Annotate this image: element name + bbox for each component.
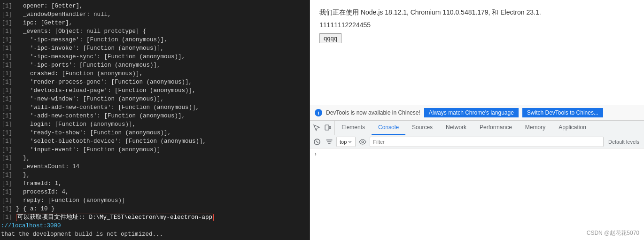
tab-memory[interactable]: Memory (519, 121, 552, 135)
eye-icon[interactable] (357, 137, 368, 147)
tab-network[interactable]: Network (439, 121, 473, 135)
right-panel: 我们正在使用 Node.js 18.12.1, Chromium 110.0.5… (310, 0, 644, 240)
code-line: [1] reply: [Function (anonymous)] (0, 196, 310, 205)
code-line: [1]可以获取项目文件地址:: D:\My_TEST\electron\my-e… (0, 213, 310, 222)
devtools-notification-bar: i DevTools is now available in Chinese! … (310, 105, 644, 120)
url-line: ://localhost:3000 (0, 222, 310, 230)
code-line: [1] }, (0, 171, 310, 179)
code-line: [1] _events: [Object: null prototype] { (0, 27, 310, 36)
code-line: [1] 'render-process-gone': [Function (an… (0, 78, 310, 86)
filter-icon[interactable] (324, 137, 334, 147)
devtools-tabs-bar: ElementsConsoleSourcesNetworkPerformance… (310, 120, 644, 135)
code-line: [1] 'select-bluetooth-device': [Function… (0, 137, 310, 146)
app-number: 11111112224455 (319, 21, 635, 29)
notification-text: DevTools is now available in Chinese! (326, 109, 420, 116)
warning-line: that the development build is not optimi… (0, 230, 310, 239)
toolbar-icons-group (310, 121, 335, 135)
context-dropdown-arrow (348, 139, 352, 144)
tab-application[interactable]: Application (552, 121, 593, 135)
context-selector[interactable]: top (336, 137, 356, 147)
svg-point-4 (362, 141, 364, 143)
code-line: [1] '-new-window': [Function (anonymous)… (0, 95, 310, 103)
context-label: top (340, 139, 347, 145)
console-toolbar: top Default levels (310, 135, 644, 148)
code-line: [1] _eventsCount: 14 (0, 163, 310, 171)
tab-performance[interactable]: Performance (473, 121, 519, 135)
tab-elements[interactable]: Elements (335, 121, 372, 135)
code-line: [1] _windowOpenHandler: null, (0, 10, 310, 19)
filter-input[interactable] (370, 137, 604, 147)
code-line: [1] 'input-event': [Function (anonymous)… (0, 146, 310, 154)
tab-sources[interactable]: Sources (405, 121, 439, 135)
console-output: › (310, 148, 644, 240)
code-line: [1] '-ipc-message-sync': [Function (anon… (0, 53, 310, 61)
devtools-tabs: ElementsConsoleSourcesNetworkPerformance… (335, 121, 593, 135)
left-panel: [1] opener: [Getter],[1] _windowOpenHand… (0, 0, 310, 240)
tab-console[interactable]: Console (372, 121, 405, 135)
code-line: [1] 'will-add-new-contents': [Function (… (0, 103, 310, 112)
highlighted-path: 可以获取项目文件地址:: D:\My_TEST\electron\my-elec… (16, 214, 214, 221)
svg-rect-0 (325, 125, 329, 130)
device-icon[interactable] (323, 123, 333, 132)
switch-devtools-button[interactable]: Switch DevTools to Chines... (522, 108, 603, 117)
csdn-watermark: CSDN @赵花花5070 (587, 229, 639, 237)
code-line: [1] '-ipc-invoke': [Function (anonymous)… (0, 44, 310, 53)
svg-line-3 (316, 140, 318, 143)
code-line: [1] 'ready-to-show': [Function (anonymou… (0, 129, 310, 137)
code-line: [1] }, (0, 154, 310, 163)
qqqq-button[interactable]: qqqq (319, 33, 341, 43)
code-line: [1] ipc: [Getter], (0, 19, 310, 27)
match-language-button[interactable]: Always match Chrome's language (424, 108, 519, 117)
clear-console-icon[interactable] (312, 137, 322, 147)
code-area: [1] opener: [Getter],[1] _windowOpenHand… (0, 0, 310, 240)
code-line: [1] frameId: 1, (0, 179, 310, 188)
code-line: [1] '-ipc-message': [Function (anonymous… (0, 36, 310, 44)
svg-rect-1 (329, 126, 331, 129)
app-content: 我们正在使用 Node.js 18.12.1, Chromium 110.0.5… (310, 0, 644, 105)
code-line: [1] opener: [Getter], (0, 2, 310, 10)
default-levels-label[interactable]: Default levels (605, 139, 642, 145)
code-line: [1] '-add-new-contents': [Function (anon… (0, 112, 310, 120)
code-line: [1] 'devtools-reload-page': [Function (a… (0, 86, 310, 95)
code-line: [1] login: [Function (anonymous)], (0, 120, 310, 129)
app-title: 我们正在使用 Node.js 18.12.1, Chromium 110.0.5… (319, 8, 635, 17)
code-line: [1] '-ipc-ports': [Function (anonymous)]… (0, 61, 310, 70)
code-line: [1] processId: 4, (0, 188, 310, 196)
code-line: [1] crashed: [Function (anonymous)], (0, 70, 310, 78)
code-line: [1]} { a: 10 } (0, 205, 310, 213)
console-chevron[interactable]: › (310, 149, 644, 160)
info-icon: i (315, 109, 322, 116)
inspect-icon[interactable] (312, 123, 321, 132)
